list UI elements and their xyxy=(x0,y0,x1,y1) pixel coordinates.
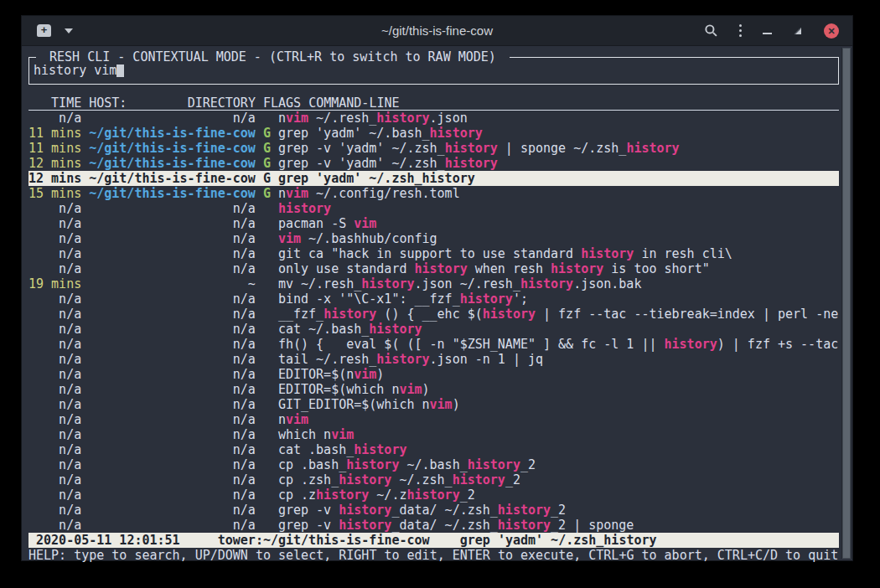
history-row[interactable]: 11 mins~/git/this-is-fine-cowGgrep -v 'y… xyxy=(28,141,839,156)
status-datetime: 2020-05-11 12:01:51 xyxy=(36,533,180,548)
history-row[interactable]: n/an/a EDITOR=$(nvim) xyxy=(28,367,839,382)
history-row[interactable]: n/an/a grep -v history_data/ ~/.zsh_hist… xyxy=(28,503,839,518)
status-bar: 2020-05-11 12:01:51tower:~/git/this-is-f… xyxy=(28,533,839,548)
history-row[interactable]: n/an/a git ca "hack in support to use st… xyxy=(28,246,839,261)
history-row[interactable]: n/an/a cat ~/.bash_history xyxy=(28,322,839,337)
history-row[interactable]: n/an/a cp .bash_history ~/.bash_history_… xyxy=(28,457,839,472)
table-header: TIME HOST: DIRECTORY FLAGS COMMAND-LINE xyxy=(28,95,839,111)
help-line: HELP: type to search, UP/DOWN to select,… xyxy=(28,548,839,562)
history-row[interactable]: n/an/a tail ~/.resh_history.json -n 1 | … xyxy=(28,352,839,367)
scrollbar[interactable] xyxy=(841,48,852,559)
search-panel-title: RESH CLI - CONTEXTUAL MODE - (CTRL+R to … xyxy=(36,49,510,64)
search-query: history vim xyxy=(34,63,116,78)
history-row[interactable]: 19 mins~ mv ~/.resh_history.json ~/.resh… xyxy=(28,276,839,291)
history-row[interactable]: n/an/a fh() { eval $( ([ -n "$ZSH_NAME" … xyxy=(28,337,839,352)
history-row[interactable]: n/an/a cp .zhistory ~/.zhistory_2 xyxy=(28,487,839,503)
history-row[interactable]: n/an/a cat .bash_history xyxy=(28,442,839,457)
scrollbar-thumb[interactable] xyxy=(842,48,851,559)
history-row[interactable]: 12 mins~/git/this-is-fine-cowGgrep 'yadm… xyxy=(28,171,839,186)
history-row[interactable]: n/an/a only use standard history when re… xyxy=(28,261,839,276)
history-row[interactable]: n/an/a EDITOR=$(which nvim) xyxy=(28,382,839,397)
history-row[interactable]: n/an/a which nvim xyxy=(28,427,839,442)
history-rows: n/an/a nvim ~/.resh_history.json11 mins~… xyxy=(28,111,839,533)
history-row[interactable]: n/an/a nvim ~/.resh_history.json xyxy=(28,111,839,126)
history-row[interactable]: 15 mins~/git/this-is-fine-cowGnvim ~/.co… xyxy=(28,186,839,201)
history-row[interactable]: n/an/a pacman -S vim xyxy=(28,216,839,231)
history-row[interactable]: n/an/a grep -v history_data/ ~/.zsh_hist… xyxy=(28,518,839,533)
history-row[interactable]: n/an/a nvim xyxy=(28,412,839,427)
menu-icon[interactable] xyxy=(739,24,743,38)
search-panel: RESH CLI - CONTEXTUAL MODE - (CTRL+R to … xyxy=(28,57,839,85)
titlebar: + ~/git/this-is-fine-cow ✕ xyxy=(22,16,852,46)
history-row[interactable]: n/an/a GIT_EDITOR=$(which nvim) xyxy=(28,397,839,412)
history-row[interactable]: n/an/a __fzf_history () { __ehc $(histor… xyxy=(28,307,839,322)
history-row[interactable]: n/an/a vim ~/.bashhub/config xyxy=(28,231,839,246)
text-cursor xyxy=(116,64,124,77)
history-row[interactable]: n/an/a bind -x '"\C-x1": __fzf_history'; xyxy=(28,291,839,307)
maximize-icon[interactable] xyxy=(793,26,803,36)
history-row[interactable]: 12 mins~/git/this-is-fine-cowGgrep -v 'y… xyxy=(28,156,839,171)
new-tab-icon[interactable]: + xyxy=(37,24,51,37)
close-icon[interactable]: ✕ xyxy=(824,23,839,39)
status-command: grep 'yadm' ~/.zsh_history xyxy=(460,533,657,548)
terminal-window: + ~/git/this-is-fine-cow ✕ RESH CLI - CO… xyxy=(21,15,853,561)
chevron-down-icon[interactable] xyxy=(65,28,73,34)
history-row[interactable]: n/an/a history xyxy=(28,201,839,216)
minimize-icon[interactable] xyxy=(763,33,772,34)
search-icon[interactable] xyxy=(704,23,718,38)
history-row[interactable]: 11 mins~/git/this-is-fine-cowGgrep 'yadm… xyxy=(28,126,839,141)
status-location: tower:~/git/this-is-fine-cow xyxy=(218,533,430,548)
history-row[interactable]: n/an/a cp .zsh_history ~/.zsh_history_2 xyxy=(28,472,839,487)
terminal-content: RESH CLI - CONTEXTUAL MODE - (CTRL+R to … xyxy=(22,46,852,562)
